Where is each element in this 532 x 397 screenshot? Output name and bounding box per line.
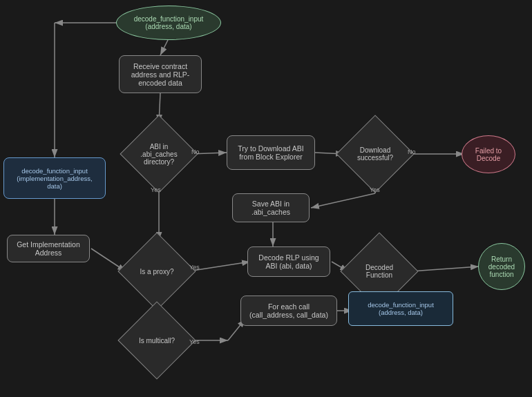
try-download-box: Try to Download ABIfrom Block Explorer (227, 135, 315, 170)
abi-caches-yes-label: Yes (151, 186, 161, 193)
svg-line-13 (410, 267, 479, 271)
is-multicall-shape (117, 301, 196, 379)
failed-decode-oval: Failed toDecode (462, 135, 515, 173)
decode-rlp-box: Decode RLP usingABI (abi, data) (247, 246, 330, 277)
decode-fn-input-2-box: decode_function_input (address, data) (348, 291, 453, 326)
download-successful-diamond: Downloadsuccessful? (344, 123, 406, 185)
abi-caches-no-label: No (191, 148, 200, 155)
decode-fn-input-2-label: decode_function_input (address, data) (368, 301, 434, 316)
impl-address-label: decode_function_input (implementation_ad… (17, 167, 92, 190)
return-decoded-oval: Returndecodedfunction (478, 243, 525, 290)
for-each-call-label: For each call(call_address, call_data) (249, 302, 328, 319)
download-diamond-shape (336, 115, 414, 193)
impl-address-box: decode_function_input (implementation_ad… (3, 157, 106, 199)
abi-caches-diamond: ABI in.abi_cachesdirectory? (128, 123, 190, 185)
start-oval-label: decode_function_input (address, data) (134, 15, 204, 30)
get-impl-label: Get ImplementationAddress (17, 240, 80, 257)
is-proxy-shape (117, 232, 196, 310)
save-abi-label: Save ABI in.abi_caches (251, 200, 290, 216)
try-download-label: Try to Download ABIfrom Block Explorer (238, 144, 303, 161)
is-proxy-diamond: Is a proxy? (126, 240, 188, 302)
abi-caches-diamond-shape (120, 115, 198, 193)
is-multicall-diamond: Is multicall? (126, 309, 188, 371)
start-oval: decode_function_input (address, data) (116, 6, 221, 40)
download-yes-label: Yes (370, 186, 380, 193)
for-each-call-box: For each call(call_address, call_data) (240, 296, 337, 326)
save-abi-box: Save ABI in.abi_caches (232, 193, 310, 222)
failed-decode-label: Failed toDecode (475, 147, 502, 162)
get-impl-box: Get ImplementationAddress (7, 235, 90, 262)
receive-contract-box: Receive contract address and RLP- encode… (119, 55, 202, 93)
svg-line-1 (160, 40, 168, 55)
receive-contract-label: Receive contract address and RLP- encode… (131, 62, 190, 87)
decode-rlp-label: Decode RLP usingABI (abi, data) (258, 253, 319, 270)
is-multicall-yes-label: Yes (189, 338, 200, 345)
svg-line-7 (311, 193, 375, 208)
download-no-label: No (408, 148, 416, 155)
return-decoded-label: Returndecodedfunction (488, 255, 515, 278)
flowchart-diagram: decode_function_input (address, data) Re… (0, 0, 532, 397)
is-proxy-yes-label: Yes (189, 264, 200, 271)
